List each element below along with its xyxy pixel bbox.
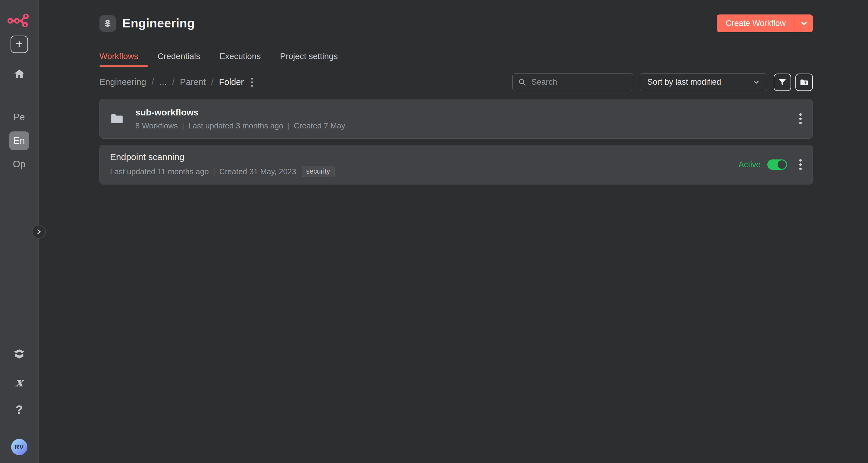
templates-box-icon[interactable] xyxy=(13,347,25,361)
add-button[interactable]: + xyxy=(10,36,28,53)
folder-actions-kebab-icon[interactable] xyxy=(250,76,254,89)
breadcrumb-item-parent[interactable]: Parent xyxy=(180,77,206,87)
sidebar-item-project-en[interactable]: En xyxy=(9,131,29,150)
main-content: Engineering Create Workflow Workflows Cr… xyxy=(38,0,868,463)
tab-project-settings[interactable]: Project settings xyxy=(280,52,338,67)
status-label: Active xyxy=(738,160,761,169)
active-toggle[interactable] xyxy=(767,159,787,170)
breadcrumb-item-current-folder: Folder xyxy=(219,77,244,87)
project-layers-icon xyxy=(99,16,116,32)
workflow-card-endpoint-scanning[interactable]: Endpoint scanning Last updated 11 months… xyxy=(99,145,813,184)
folder-card-sub-workflows[interactable]: sub-workflows 8 Workflows | Last updated… xyxy=(99,99,813,138)
sidebar-bottom: x ? xyxy=(13,347,25,431)
header: Engineering Create Workflow xyxy=(99,14,813,32)
workflow-list: sub-workflows 8 Workflows | Last updated… xyxy=(99,99,813,184)
filter-button[interactable] xyxy=(774,73,791,91)
expand-sidebar-button[interactable] xyxy=(32,225,46,239)
sidebar-divider xyxy=(0,431,38,431)
search-icon xyxy=(518,78,527,87)
card-actions-kebab-icon[interactable] xyxy=(798,111,804,127)
create-workflow-dropdown-button[interactable] xyxy=(795,14,813,32)
breadcrumb: Engineering / ... / Parent / Folder xyxy=(99,76,254,89)
tab-executions[interactable]: Executions xyxy=(219,52,261,67)
n8n-logo xyxy=(7,14,31,27)
folder-plus-icon xyxy=(800,78,809,87)
card-title: Endpoint scanning xyxy=(110,152,335,162)
page-title: Engineering xyxy=(122,16,195,30)
help-icon[interactable]: ? xyxy=(16,403,23,416)
avatar[interactable]: RV xyxy=(11,439,27,455)
project-list: Pe En Op xyxy=(9,108,30,174)
create-workflow-split-button: Create Workflow xyxy=(717,14,813,32)
card-title: sub-workflows xyxy=(135,107,345,118)
breadcrumb-item-ellipsis[interactable]: ... xyxy=(159,77,167,87)
chevron-down-icon xyxy=(752,79,760,86)
breadcrumb-item-engineering[interactable]: Engineering xyxy=(99,77,146,87)
tab-credentials[interactable]: Credentials xyxy=(158,52,200,67)
sidebar: + Pe En Op x ? RV xyxy=(0,0,38,463)
new-folder-button[interactable] xyxy=(795,73,813,91)
folder-icon xyxy=(110,112,124,126)
create-workflow-button[interactable]: Create Workflow xyxy=(717,14,795,32)
card-meta: Last updated 11 months ago | Created 31 … xyxy=(110,166,335,177)
chevron-down-icon xyxy=(800,19,808,28)
sort-dropdown[interactable]: Sort by last modified xyxy=(640,73,767,91)
toolbar: Engineering / ... / Parent / Folder Sort… xyxy=(99,73,813,91)
tab-workflows[interactable]: Workflows xyxy=(99,52,138,67)
filter-funnel-icon xyxy=(778,78,787,87)
search-input-wrapper xyxy=(513,73,633,91)
search-input[interactable] xyxy=(531,78,627,87)
card-actions-kebab-icon[interactable] xyxy=(798,156,804,173)
variables-icon[interactable]: x xyxy=(16,375,23,389)
home-icon[interactable] xyxy=(13,68,25,80)
sidebar-item-project-pe[interactable]: Pe xyxy=(9,108,29,127)
card-meta: 8 Workflows | Last updated 3 months ago … xyxy=(135,121,345,130)
sidebar-item-project-op[interactable]: Op xyxy=(9,155,30,174)
toolbar-right: Sort by last modified xyxy=(513,73,813,91)
tag-security[interactable]: security xyxy=(302,166,335,177)
tab-bar: Workflows Credentials Executions Project… xyxy=(99,52,813,67)
